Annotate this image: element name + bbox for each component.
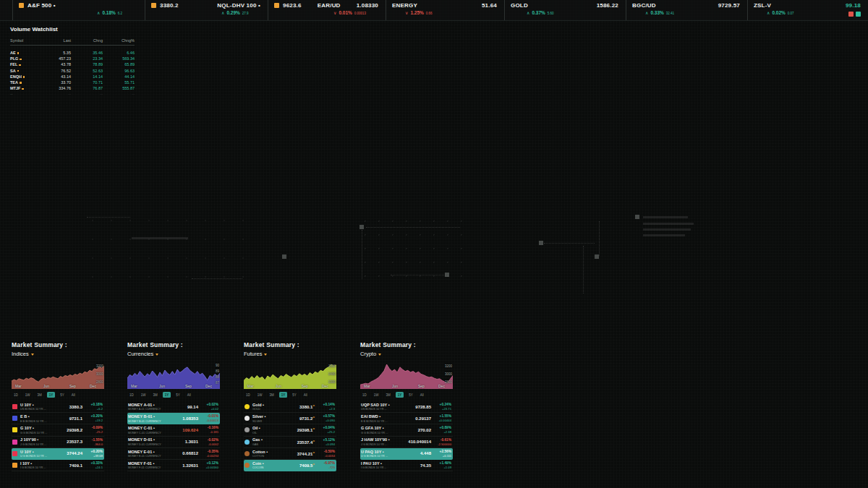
range-button-1w[interactable]: 1W	[255, 392, 265, 398]
ticker-item[interactable]: GOLD1586.22∧0.37%5.60	[504, 0, 626, 20]
instrument-row[interactable]: J HAW 10Y'90 •J G BONDS 10 YR ...410.040…	[360, 437, 453, 448]
instrument-subtitle: G G BONDS 10 YR ...	[361, 432, 405, 435]
range-button-3m[interactable]: 3M	[151, 392, 160, 398]
ghost-text-line	[132, 237, 188, 239]
range-button-1y[interactable]: 1Y	[163, 392, 171, 398]
instrument-row[interactable]: Coin •COCOIN7409.5o-6.97%-725	[244, 460, 336, 471]
range-button-3m[interactable]: 3M	[35, 392, 44, 398]
range-button-1d[interactable]: 1D	[360, 392, 369, 398]
ghost-handle[interactable]	[282, 254, 286, 259]
watchlist-row[interactable]: TEA33.7070.7155.71	[10, 80, 135, 85]
range-button-all[interactable]: All	[69, 392, 77, 398]
instrument-row[interactable]: EAI BWD •E B BONDS 10 YR ...0.29137+1.55…	[360, 413, 453, 424]
instrument-name: Silver •	[252, 414, 289, 419]
instrument-row[interactable]: G GFA 10Y •G G BONDS 10 YR ...270.02+0.8…	[360, 424, 453, 436]
instrument-row[interactable]: MONEY F-01 •MONEY F-01 CURRENCY1.32631+0…	[127, 460, 220, 471]
ticker-item[interactable]: ZSL-V99.18∧0.02%0.07	[747, 0, 868, 20]
ghost-handle[interactable]	[359, 225, 364, 229]
watchlist-row[interactable]: PLG457.2323.34569.34	[10, 56, 135, 61]
chart-y-label: 3000	[96, 373, 103, 377]
instrument-change: -0.50%-0.0034	[315, 450, 335, 458]
instrument-row[interactable]: Gold •GOLD3380.1o+0.14%+2.3	[244, 401, 336, 413]
instrument-row[interactable]: Gas •GAS23537.4o+5.12%+0.094	[244, 437, 336, 448]
instrument-value: 74.35	[405, 463, 431, 468]
range-button-5y[interactable]: 5Y	[58, 392, 67, 398]
instrument-name: MONEY A-01 •	[128, 403, 172, 407]
watchlist-row[interactable]: SA76.5252.6396.63	[10, 68, 135, 74]
instrument-row[interactable]: MONEY E-01 •MONEY E-01 CURRENCY0.66812-0…	[127, 448, 220, 460]
range-button-1y[interactable]: 1Y	[47, 392, 56, 398]
instrument-name: G GFA 10Y •	[361, 426, 405, 430]
ticker-item[interactable]: A&F 500 •∧0.18%6.2	[12, 0, 145, 20]
instrument-row[interactable]: G 10Y •G G BONDS 10 YR ...29398.2-0.09%-…	[12, 424, 104, 436]
panel-category-dropdown[interactable]: Indices	[12, 351, 104, 357]
instrument-row[interactable]: U 10Y •US BONDS 10 YR ...3380.3+0.18%+6.…	[12, 401, 104, 413]
instrument-name: I 10Y •	[20, 461, 56, 466]
range-button-all[interactable]: All	[185, 392, 193, 398]
range-button-1w[interactable]: 1W	[372, 392, 381, 398]
instrument-row[interactable]: Oil •OIL29398.1o+0.04%+25.2	[244, 424, 336, 436]
instrument-row[interactable]: I PAU 10Y •I G BONDS 10 YR ...74.35+1.49…	[360, 460, 453, 471]
ghost-handle[interactable]	[445, 273, 449, 277]
instrument-row[interactable]: MONEY B-01 •MONEY B-01 CURRENCY1.08353-0…	[127, 413, 220, 424]
watchlist-row[interactable]: FEL43.7878.8965.89	[10, 61, 135, 67]
ghost-line	[544, 243, 595, 244]
instrument-row[interactable]: I 10Y •I G BONDS 10 YR ...7409.1+0.33%+2…	[12, 460, 104, 471]
range-button-5y[interactable]: 5Y	[290, 392, 299, 398]
range-button-all[interactable]: All	[302, 392, 310, 398]
instrument-row[interactable]: U 10Y •U G BONDS 10 YR ...3744.24+0.20%+…	[12, 448, 104, 460]
instrument-change: -0.61%-2.500000	[431, 438, 451, 446]
chart-y-label: 1300	[328, 381, 336, 385]
range-button-3m[interactable]: 3M	[268, 392, 276, 398]
instrument-value: 109.624	[172, 428, 198, 432]
chng-cell: 78.89	[71, 61, 103, 67]
watchlist-row[interactable]: MTJF334.7676.87555.87	[10, 85, 135, 91]
ghost-dot-grid	[358, 214, 467, 283]
range-button-all[interactable]: All	[418, 392, 426, 398]
ghost-handle[interactable]	[595, 254, 599, 259]
instrument-row[interactable]: J 10Y'90 •J G BONDS 10 YR ...23537.3-1.5…	[12, 437, 104, 448]
range-buttons: 1D1W3M1Y5YAll	[12, 392, 104, 398]
range-button-1y[interactable]: 1Y	[279, 392, 288, 398]
range-button-3m[interactable]: 3M	[384, 392, 393, 398]
ticker-item[interactable]: BGC/UD9729.57∧0.33%32.41	[626, 0, 747, 20]
ghost-handle[interactable]	[635, 215, 639, 219]
instrument-row[interactable]: Cotton •COTTON3744.21o-0.50%-0.0034	[244, 448, 336, 460]
chart-x-label: Mar	[131, 385, 137, 388]
range-buttons: 1D1W3M1Y5YAll	[127, 392, 220, 398]
change-amount: -725	[315, 466, 335, 469]
panel-category-dropdown[interactable]: Crypto	[360, 351, 453, 357]
range-button-1w[interactable]: 1W	[139, 392, 148, 398]
range-button-1y[interactable]: 1Y	[396, 392, 404, 398]
range-button-1w[interactable]: 1W	[23, 392, 33, 398]
range-button-1d[interactable]: 1D	[12, 392, 20, 398]
ghost-handle[interactable]	[539, 241, 543, 245]
status-square-icon	[848, 12, 854, 17]
panel-category-dropdown[interactable]: Currencies	[127, 351, 220, 357]
chng-cell: 23.34	[71, 56, 103, 61]
range-button-5y[interactable]: 5Y	[174, 392, 182, 398]
instrument-row[interactable]: E B •E B BONDS 10 YR ...9731.1+0.20%+19.…	[12, 413, 104, 424]
instrument-row[interactable]: Silver •SILVER9731.2o+0.57%+0.090	[244, 413, 336, 424]
range-button-1d[interactable]: 1D	[244, 392, 252, 398]
range-button-1d[interactable]: 1D	[127, 392, 136, 398]
instrument-value: 3380.3	[56, 405, 82, 409]
range-button-5y[interactable]: 5Y	[407, 392, 415, 398]
ghost-line	[362, 230, 362, 279]
instrument-row[interactable]: U PAQ 10Y •U G BONDS 10 YR ...4.448+2.56…	[360, 448, 453, 460]
chart-y-label: 88	[216, 376, 219, 380]
instrument-row[interactable]: UQP SAD 10Y •US BONDS 10 YR ...9728.85+0…	[360, 401, 453, 413]
instrument-row[interactable]: MONEY A-01 •MONEY A-01 CURRENCY99.14+0.0…	[127, 401, 220, 413]
watchlist-row[interactable]: AE5.3535.466.46	[10, 50, 135, 56]
instrument-row[interactable]: MONEY D-01 •MONEY D-01 CURRENCY1.3031-0.…	[127, 437, 220, 448]
ticker-item[interactable]: 3380.2NQL-DHV 100 •∧0.29%27.9	[145, 0, 268, 20]
panel-category-dropdown[interactable]: Futures	[244, 351, 336, 357]
instrument-row[interactable]: MONEY C-01 •MONEY C-01 CURRENCY109.624-0…	[127, 424, 220, 436]
ticker-item[interactable]: ENERGY51.64∨1.25%0.66	[386, 0, 504, 20]
status-squares	[848, 12, 861, 17]
ghost-text-line	[643, 228, 691, 231]
instrument-subtitle: U G BONDS 10 YR ...	[361, 455, 405, 458]
area-chart: 320030002800MarJunSepDec	[360, 361, 453, 389]
ticker-item[interactable]: 9623.6EAR/UD1.08330∨0.01%0.00013	[268, 0, 386, 20]
watchlist-row[interactable]: ENQH43.1414.1444.14	[10, 74, 135, 80]
